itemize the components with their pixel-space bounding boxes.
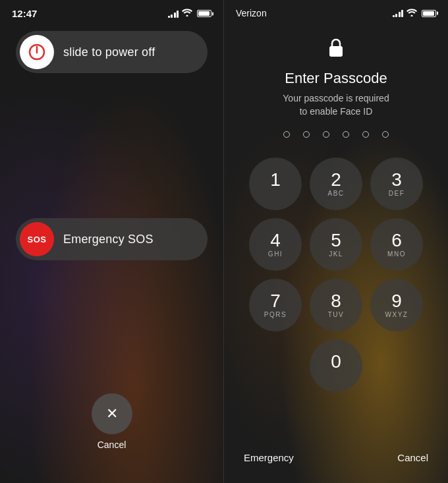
passcode-dots — [283, 131, 389, 138]
sos-badge: SOS — [28, 235, 47, 244]
numpad-key-9[interactable]: 9 WXYZ — [370, 279, 423, 331]
numpad-key-3[interactable]: 3 DEF — [370, 157, 423, 210]
numpad-key-8[interactable]: 8 TUV — [310, 279, 362, 331]
cancel-button[interactable]: Cancel — [397, 452, 428, 463]
battery-icon — [197, 10, 211, 17]
numpad-key-0[interactable]: 0 — [310, 339, 362, 392]
lock-icon — [327, 37, 345, 58]
cancel-button[interactable]: ✕ — [92, 393, 132, 434]
passcode-dot-4 — [343, 131, 349, 138]
status-icons — [168, 9, 212, 18]
passcode-dot-1 — [283, 131, 290, 138]
numpad-key-6[interactable]: 6 MNO — [370, 218, 423, 271]
passcode-dot-3 — [323, 131, 329, 138]
power-icon — [28, 43, 46, 61]
passcode-dot-2 — [303, 131, 310, 138]
power-slider[interactable]: slide to power off — [16, 31, 208, 73]
cancel-area: ✕ Cancel — [92, 393, 132, 450]
left-status-bar: 12:47 — [0, 0, 223, 24]
power-slider-label: slide to power off — [63, 45, 155, 59]
passcode-subtitle: Your passcode is required to enable Face… — [283, 92, 389, 118]
power-icon-circle — [20, 35, 54, 69]
sliders-area: slide to power off SOS Emergency SOS — [0, 24, 223, 260]
wifi-icon — [182, 9, 192, 18]
sos-slider-label: Emergency SOS — [63, 233, 154, 246]
passcode-dot-6 — [382, 131, 389, 138]
battery-icon — [422, 10, 436, 17]
signal-icon — [393, 9, 404, 17]
cancel-label: Cancel — [98, 440, 126, 450]
emergency-button[interactable]: Emergency — [244, 452, 294, 463]
numpad-key-5[interactable]: 5 JKL — [310, 218, 362, 271]
svg-rect-2 — [329, 46, 343, 57]
carrier-label: Verizon — [236, 8, 267, 18]
numpad-key-4[interactable]: 4 GHI — [249, 218, 302, 271]
passcode-title: Enter Passcode — [285, 70, 387, 87]
bottom-buttons: Emergency Cancel — [224, 452, 448, 463]
lock-icon-area — [327, 37, 345, 61]
right-status-bar: Verizon — [224, 0, 448, 24]
numpad-key-7[interactable]: 7 PQRS — [249, 279, 302, 331]
time-display: 12:47 — [12, 8, 37, 19]
numpad-key-1[interactable]: 1 — [249, 157, 302, 210]
left-phone-panel: 12:47 — [0, 0, 224, 483]
right-phone-panel: Verizon Enter Passcode Y — [224, 0, 448, 483]
sos-icon-circle: SOS — [20, 222, 54, 256]
right-status-icons — [393, 9, 437, 18]
passcode-dot-5 — [362, 131, 369, 138]
sos-slider[interactable]: SOS Emergency SOS — [16, 218, 208, 260]
close-icon: ✕ — [106, 407, 118, 421]
wifi-icon — [406, 9, 417, 18]
numpad-key-2[interactable]: 2 ABC — [310, 157, 362, 210]
signal-icon — [168, 10, 179, 18]
numpad: 1 2 ABC 3 DEF 4 GHI 5 JKL 6 MNO 7 PQRS — [249, 157, 423, 392]
